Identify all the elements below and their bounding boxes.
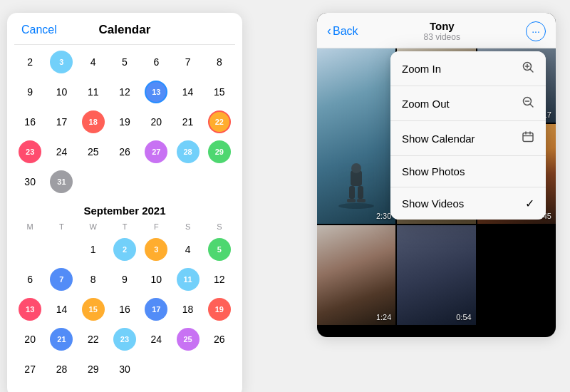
- cal-day[interactable]: 14: [172, 78, 203, 106]
- cal-day[interactable]: 8: [78, 265, 109, 294]
- calendar-panel: Cancel Calendar 234567891011121314151617…: [7, 13, 242, 392]
- svg-rect-4: [358, 186, 363, 199]
- cal-day[interactable]: 24: [46, 138, 77, 166]
- cal-day[interactable]: 2: [109, 235, 140, 264]
- cal-day[interactable]: 28: [46, 355, 77, 383]
- weekday-label: S: [172, 221, 203, 232]
- cal-day[interactable]: 11: [172, 265, 203, 294]
- photo-cell-6[interactable]: 1:24: [317, 225, 395, 325]
- cal-day[interactable]: 21: [172, 108, 203, 136]
- cal-day[interactable]: 25: [78, 138, 109, 166]
- cal-day[interactable]: 15: [204, 78, 235, 106]
- cal-day[interactable]: 10: [140, 265, 172, 294]
- cal-day[interactable]: 3: [140, 235, 172, 264]
- avatar-circle: 11: [177, 268, 200, 291]
- cal-day[interactable]: 7: [46, 265, 77, 294]
- cal-day[interactable]: 17: [140, 295, 172, 324]
- cal-day[interactable]: 18: [172, 295, 203, 324]
- photo-cell-1[interactable]: 2:30: [317, 48, 395, 224]
- day-num: 26: [119, 147, 130, 157]
- cal-day[interactable]: 3: [46, 48, 77, 76]
- day-num: 21: [182, 117, 194, 127]
- cal-day[interactable]: 30: [109, 355, 140, 383]
- cal-day[interactable]: 22: [78, 325, 109, 354]
- back-chevron-icon: ‹: [327, 24, 331, 38]
- cal-day[interactable]: 13: [14, 295, 46, 324]
- cal-day[interactable]: 12: [204, 265, 235, 294]
- svg-rect-20: [523, 133, 533, 142]
- cal-day[interactable]: 9: [109, 265, 140, 294]
- cal-day[interactable]: 19: [109, 108, 140, 136]
- cal-day[interactable]: 14: [46, 295, 77, 324]
- cal-day[interactable]: 20: [140, 108, 172, 136]
- cal-day[interactable]: 8: [204, 48, 235, 76]
- cal-day[interactable]: 1: [78, 235, 109, 264]
- cal-day[interactable]: 2: [14, 48, 46, 76]
- cal-day[interactable]: 5: [204, 235, 235, 264]
- cal-day[interactable]: 20: [14, 325, 46, 354]
- menu-item-show-photos[interactable]: Show Photos: [390, 156, 546, 187]
- cal-day[interactable]: 18: [78, 108, 109, 136]
- cal-day[interactable]: 30: [14, 167, 46, 196]
- menu-item-zoom-in[interactable]: Zoom In: [390, 51, 546, 86]
- cal-day[interactable]: 23: [14, 138, 46, 166]
- cal-day[interactable]: 26: [109, 138, 140, 166]
- cal-day[interactable]: 10: [46, 78, 77, 106]
- cal-day[interactable]: 29: [78, 355, 109, 383]
- cal-day[interactable]: 26: [204, 325, 235, 354]
- cal-day: [14, 235, 46, 264]
- day-num: 1: [90, 244, 96, 254]
- menu-item-show-calendar[interactable]: Show Calendar: [390, 121, 546, 156]
- cal-day[interactable]: 4: [172, 235, 203, 264]
- cal-day[interactable]: 7: [172, 48, 203, 76]
- back-button[interactable]: ‹ Back: [327, 24, 358, 38]
- cal-day: [172, 355, 203, 383]
- cal-day[interactable]: 5: [109, 48, 140, 76]
- day-num: 9: [27, 87, 33, 97]
- cal-day[interactable]: 4: [78, 48, 109, 76]
- day-num: 20: [150, 117, 162, 127]
- cal-day[interactable]: 16: [14, 108, 46, 136]
- cal-day[interactable]: 16: [109, 295, 140, 324]
- cal-day[interactable]: 19: [204, 295, 235, 324]
- cal-day[interactable]: 24: [140, 325, 172, 354]
- cal-day[interactable]: 13: [140, 78, 172, 106]
- day-num-label: 17: [152, 305, 160, 314]
- zoom-out-icon: [522, 96, 534, 111]
- back-label: Back: [333, 25, 358, 38]
- photo-cell-7[interactable]: 0:54: [397, 225, 475, 325]
- menu-label-show-videos: Show Videos: [402, 197, 464, 210]
- cal-day[interactable]: 25: [172, 325, 203, 354]
- avatar-circle: 18: [82, 110, 105, 133]
- menu-item-show-videos[interactable]: Show Videos ✓: [390, 187, 546, 220]
- profile-subtitle: 83 videos: [424, 32, 460, 42]
- cal-day[interactable]: 6: [14, 265, 46, 294]
- cal-day[interactable]: 28: [172, 138, 203, 166]
- day-num-label: 11: [183, 275, 192, 284]
- cal-day[interactable]: 21: [46, 325, 77, 354]
- calendar-icon: [522, 130, 534, 146]
- avatar-circle: 22: [208, 110, 231, 133]
- cal-day[interactable]: 27: [140, 138, 172, 166]
- cal-day[interactable]: 31: [46, 167, 77, 196]
- cal-day[interactable]: 22: [204, 108, 235, 136]
- cal-day[interactable]: 9: [14, 78, 46, 106]
- cal-day[interactable]: 23: [109, 325, 140, 354]
- avatar-circle: 2: [113, 238, 136, 261]
- cal-day[interactable]: 29: [204, 138, 235, 166]
- menu-label-show-photos: Show Photos: [402, 165, 465, 177]
- menu-item-zoom-out[interactable]: Zoom Out: [390, 86, 546, 121]
- cancel-button[interactable]: Cancel: [21, 24, 57, 36]
- cal-day: [78, 167, 109, 196]
- cal-day[interactable]: 11: [78, 78, 109, 106]
- profile-info: Tony 83 videos: [424, 20, 460, 42]
- cal-day[interactable]: 6: [140, 48, 172, 76]
- cal-day[interactable]: 15: [78, 295, 109, 324]
- day-num-label: 31: [57, 177, 66, 186]
- day-num-label: 27: [152, 148, 160, 156]
- avatar-circle: 31: [50, 170, 73, 193]
- cal-day[interactable]: 12: [109, 78, 140, 106]
- cal-day[interactable]: 17: [46, 108, 77, 136]
- cal-day[interactable]: 27: [14, 355, 46, 383]
- more-button[interactable]: ···: [526, 21, 546, 41]
